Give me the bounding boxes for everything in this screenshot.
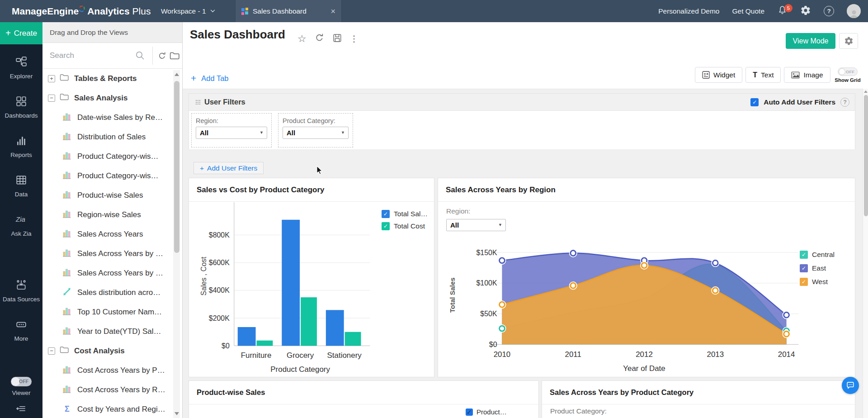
image-button[interactable]: Image	[784, 67, 830, 83]
svg-text:$200K: $200K	[209, 314, 230, 322]
legend-item[interactable]: ✓West	[800, 278, 835, 286]
chat-support-button[interactable]	[842, 377, 859, 394]
main-scrollbar[interactable]	[863, 89, 868, 418]
filter-select[interactable]: All ▼	[196, 127, 267, 139]
scroll-up-icon[interactable]	[864, 90, 868, 93]
bar-chart-legend: ✓Total Sal…✓Total Cost	[382, 210, 428, 234]
legend-checkbox[interactable]: ✓	[382, 210, 390, 218]
get-quote-link[interactable]: Get Quote	[732, 7, 764, 15]
dashboard-settings-button[interactable]	[839, 33, 858, 49]
scroll-up-icon[interactable]	[175, 73, 179, 76]
refresh-tree-button[interactable]	[157, 51, 167, 62]
panel-sales-by-product-category: Sales Across Years by Product Category P…	[542, 380, 855, 418]
sidebar-item[interactable]: Dashboards	[0, 95, 42, 120]
scrollbar-thumb[interactable]	[174, 81, 179, 253]
user-filter-box: Region: All ▼	[191, 113, 272, 147]
tree-item[interactable]: Product-wise Sales	[42, 185, 173, 205]
legend-checkbox[interactable]: ✓	[382, 222, 390, 230]
image-label: Image	[803, 71, 823, 79]
sidebar-item[interactable]: Data Sources	[0, 279, 42, 304]
notifications-button[interactable]: 5	[777, 5, 788, 17]
panel-title: Product-wise Sales	[189, 381, 538, 404]
create-button[interactable]: + Create	[0, 22, 42, 44]
close-icon[interactable]: ×	[330, 7, 335, 15]
gear-icon	[800, 5, 811, 16]
filter-label: Product Category:	[283, 117, 349, 124]
sidebar-item[interactable]: More	[0, 318, 42, 343]
favorite-star-icon[interactable]: ☆	[297, 33, 307, 45]
auto-add-label: Auto Add User Filters	[764, 98, 835, 106]
tree-item[interactable]: + Tables & Reports	[42, 69, 173, 88]
svg-text:$0: $0	[222, 342, 230, 350]
tree-item[interactable]: Cost Across Years by P…	[42, 361, 173, 380]
partial-legend-item[interactable]: ✓ Product…	[466, 408, 507, 416]
folder-view-button[interactable]	[170, 52, 179, 62]
tree-item[interactable]: Sales distribution acro…	[42, 283, 173, 302]
filter-select[interactable]: All ▼	[283, 127, 349, 139]
views-scrollbar[interactable]	[173, 70, 180, 418]
widget-button[interactable]: Widget	[695, 67, 742, 83]
tree-item[interactable]: Sales Across Years	[42, 224, 173, 244]
settings-button[interactable]	[800, 5, 811, 18]
legend-checkbox[interactable]: ✓	[800, 264, 808, 272]
refresh-button[interactable]	[314, 33, 325, 45]
auto-add-checkbox[interactable]: ✓	[750, 98, 759, 106]
filter-value: All	[450, 221, 459, 229]
search-input[interactable]	[42, 43, 128, 68]
add-tab-button[interactable]: + Add Tab	[191, 73, 229, 84]
legend-item[interactable]: ✓East	[800, 264, 835, 272]
show-grid-toggle[interactable]: OFF	[838, 67, 858, 76]
collapse-sidebar-button[interactable]	[0, 405, 42, 414]
legend-checkbox[interactable]: ✓	[800, 251, 808, 259]
bar-chart-icon	[63, 132, 71, 142]
tree-item[interactable]: Cost Across Years by R…	[42, 380, 173, 399]
tree-item[interactable]: Distribution of Sales	[42, 127, 173, 147]
help-button[interactable]: ?	[824, 6, 834, 16]
drag-handle-icon[interactable]	[195, 100, 200, 104]
legend-label: Total Cost	[394, 222, 425, 230]
sidebar-item[interactable]: Explorer	[0, 56, 42, 81]
scrollbar-thumb[interactable]	[864, 95, 868, 216]
tab-sales-dashboard[interactable]: Sales Dashboard ×	[235, 0, 342, 22]
save-button[interactable]	[332, 33, 342, 45]
tree-item[interactable]: − Cost Analysis	[42, 341, 173, 361]
legend-item[interactable]: ✓Total Sal…	[382, 210, 428, 218]
legend-checkbox[interactable]: ✓	[466, 408, 473, 416]
workspace-selector[interactable]: Workspace - 1	[161, 0, 215, 22]
auto-add-user-filters: ✓ Auto Add User Filters ?	[750, 94, 849, 111]
tree-item[interactable]: Sales Across Years by …	[42, 263, 173, 283]
more-options-icon[interactable]: ⋮	[350, 33, 359, 44]
legend-item[interactable]: ✓Central	[800, 251, 835, 259]
tree-item[interactable]: − Sales Analysis	[42, 88, 173, 108]
view-mode-button[interactable]: View Mode	[786, 33, 835, 49]
sidebar-item[interactable]: Zia Ask Zia	[0, 214, 42, 238]
brand-logo: ManageEngine Analytics Plus	[12, 4, 151, 19]
scroll-down-icon[interactable]	[175, 412, 179, 415]
region-select[interactable]: All ▼	[446, 219, 506, 231]
add-user-filters-button[interactable]: + Add User Filters	[193, 162, 264, 174]
tree-item[interactable]: Year to Date(YTD) Sal…	[42, 322, 173, 341]
legend-checkbox[interactable]: ✓	[800, 278, 808, 286]
collapse-icon[interactable]: −	[48, 95, 55, 102]
tree-item[interactable]: Sales Across Years by …	[42, 244, 173, 263]
bar-chart-icon	[63, 190, 71, 201]
legend-item[interactable]: ✓Total Cost	[382, 222, 428, 230]
tree-item[interactable]: Top 10 Customer Nam…	[42, 302, 173, 322]
tree-item[interactable]: Region-wise Sales	[42, 205, 173, 224]
expand-icon[interactable]: +	[48, 75, 55, 82]
tree-item[interactable]: Product Category-wis…	[42, 166, 173, 185]
tree-item[interactable]: Date-wise Sales by Re…	[42, 108, 173, 127]
sidebar-item[interactable]: Reports	[0, 135, 42, 159]
collapse-icon[interactable]: −	[48, 347, 55, 355]
viewer-toggle[interactable]: OFF	[11, 377, 32, 386]
bar-chart-icon	[63, 307, 71, 318]
search-icon	[135, 51, 145, 62]
tree-item[interactable]: Product Category-wis…	[42, 147, 173, 166]
tree-item[interactable]: Σ Cost by Years and Regi…	[42, 399, 173, 418]
avatar[interactable]	[847, 4, 861, 18]
text-button[interactable]: T Text	[745, 67, 781, 83]
help-icon[interactable]: ?	[840, 98, 849, 107]
sidebar-item[interactable]: Data	[0, 174, 42, 199]
personalized-demo-link[interactable]: Personalized Demo	[658, 7, 719, 15]
sidebar-item-label: Dashboards	[4, 112, 39, 120]
